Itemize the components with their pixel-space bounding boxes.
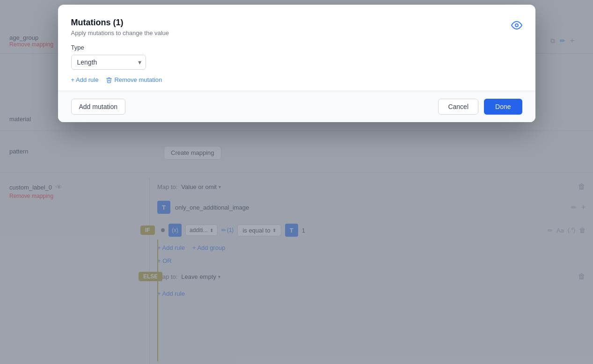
mutations-modal: Mutations (1) Apply mutations to change … <box>58 5 535 122</box>
cancel-button[interactable]: Cancel <box>438 99 478 115</box>
footer-right: Cancel Done <box>438 99 522 115</box>
modal-eye-icon[interactable] <box>511 20 522 34</box>
done-button[interactable]: Done <box>484 99 522 115</box>
type-select-wrapper: Length Replace Trim Lowercase Uppercase … <box>71 55 146 70</box>
modal-subtitle: Apply mutations to change the value <box>71 29 169 36</box>
modal-footer: Add mutation Cancel Done <box>58 91 535 122</box>
remove-mutation-link[interactable]: Remove mutation <box>106 76 162 83</box>
add-rule-link[interactable]: + Add rule <box>71 76 99 83</box>
type-select[interactable]: Length Replace Trim Lowercase Uppercase <box>71 55 146 70</box>
type-label: Type <box>71 44 522 51</box>
mutation-actions: + Add rule Remove mutation <box>71 76 522 83</box>
svg-point-0 <box>515 24 518 27</box>
modal-header: Mutations (1) Apply mutations to change … <box>58 5 535 44</box>
modal-body: Type Length Replace Trim Lowercase Upper… <box>58 44 535 91</box>
add-mutation-button[interactable]: Add mutation <box>71 99 126 115</box>
modal-title: Mutations (1) <box>71 18 169 28</box>
